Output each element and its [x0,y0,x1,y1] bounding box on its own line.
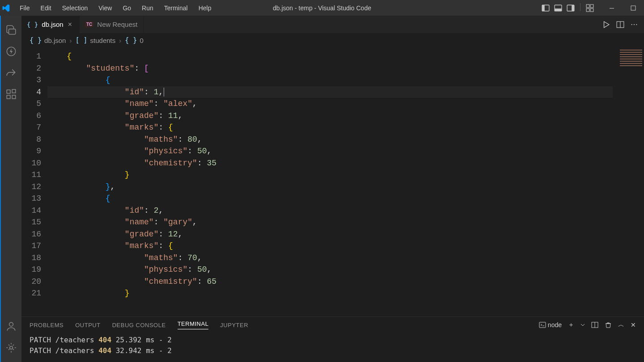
maximize-button[interactable] [624,0,642,16]
breadcrumb-item[interactable]: [ ]students [75,36,115,44]
bottom-panel: PROBLEMSOUTPUTDEBUG CONSOLETERMINALJUPYT… [21,316,644,362]
chevron-right-icon: › [69,37,72,44]
terminal-shell-selector[interactable]: node [539,321,562,328]
editor-tab[interactable]: { }db.json× [21,16,80,33]
editor-tab[interactable]: TCNew Request [80,16,144,33]
accounts-icon[interactable] [0,316,22,337]
run-icon[interactable] [602,21,610,29]
breadcrumb-type-icon: { } [30,36,42,44]
vscode-logo-icon [1,3,11,13]
tab-row-actions: ⋯ [596,16,644,33]
new-terminal-icon[interactable]: ＋ [568,321,574,329]
terminal-line: PATCH /teachers 404 32.942 ms - 2 [30,345,636,356]
panel-actions: node ＋ ︿ ✕ [539,321,636,329]
menu-help[interactable]: Help [194,2,216,14]
line-number-gutter: 123456789101112131415161718192021 [21,47,47,316]
svg-point-16 [9,322,13,326]
share-icon[interactable] [0,62,22,84]
menu-file[interactable]: File [15,2,34,14]
breadcrumb[interactable]: { }db.json›[ ]students›{ }0 [21,34,644,47]
svg-rect-7 [590,4,593,8]
svg-rect-12 [7,90,10,93]
svg-rect-5 [572,5,574,11]
breadcrumb-item[interactable]: { }0 [125,36,143,44]
menu-selection[interactable]: Selection [58,2,93,14]
window-title: db.json - temp - Visual Studio Code [273,4,371,12]
titlebar: FileEditSelectionViewGoRunTerminalHelp d… [0,0,644,16]
svg-rect-8 [586,8,589,12]
terminal-dropdown-icon[interactable] [580,323,585,327]
menu-edit[interactable]: Edit [36,2,56,14]
code-editor[interactable]: 123456789101112131415161718192021 { "stu… [21,47,644,316]
panel-tab-debug-console[interactable]: DEBUG CONSOLE [112,322,166,328]
svg-rect-13 [7,95,10,99]
breadcrumb-type-icon: [ ] [75,36,87,44]
svg-rect-6 [586,4,589,8]
code-content[interactable]: { "students": [ { "id": 1, "name": "alex… [47,47,613,316]
panel-tab-terminal[interactable]: TERMINAL [178,320,209,329]
menu-bar: FileEditSelectionViewGoRunTerminalHelp [15,2,216,14]
more-actions-icon[interactable]: ⋯ [631,20,638,29]
menu-go[interactable]: Go [118,2,136,14]
activity-bar [0,16,21,362]
menu-view[interactable]: View [94,2,116,14]
menu-run[interactable]: Run [137,2,158,14]
breadcrumb-label: 0 [140,37,143,44]
customize-layout-icon[interactable] [585,3,595,13]
panel-tabs: PROBLEMSOUTPUTDEBUG CONSOLETERMINALJUPYT… [21,317,644,333]
close-icon[interactable]: × [67,20,73,29]
breadcrumb-label: db.json [44,37,66,44]
layout-left-icon[interactable] [541,3,551,13]
terminal-line: PATCH /teachers 404 25.392 ms - 2 [30,335,636,345]
layout-right-icon[interactable] [566,3,576,13]
shell-name: node [548,321,562,328]
panel-tab-output[interactable]: OUTPUT [75,322,100,328]
menu-terminal[interactable]: Terminal [160,2,192,14]
breadcrumb-type-icon: { } [125,36,137,44]
chevron-right-icon: › [119,37,121,44]
svg-rect-9 [590,8,593,12]
settings-gear-icon[interactable] [0,337,22,358]
extensions-icon[interactable] [0,84,22,105]
panel-tab-jupyter[interactable]: JUPYTER [220,322,248,328]
svg-point-17 [10,346,13,349]
svg-rect-20 [539,322,546,328]
panel-close-icon[interactable]: ✕ [631,321,636,328]
titlebar-right: ─ [541,0,644,16]
minimap[interactable] [613,47,644,316]
editor-tabs: { }db.json×TCNew Request ⋯ [21,16,644,34]
panel-up-chevron-icon[interactable]: ︿ [618,321,624,329]
json-file-icon: { } [27,21,38,28]
explorer-icon[interactable] [0,19,22,41]
breadcrumb-item[interactable]: { }db.json [30,36,66,44]
minimize-button[interactable]: ─ [603,0,621,16]
svg-rect-3 [555,8,562,11]
layout-bottom-icon[interactable] [553,3,563,13]
thunder-client-icon[interactable] [0,41,22,62]
kill-terminal-icon[interactable] [605,321,612,328]
tab-label: New Request [97,21,137,28]
svg-rect-10 [631,6,636,10]
svg-rect-15 [12,89,16,93]
svg-rect-1 [542,5,545,11]
tab-label: db.json [42,21,63,28]
split-editor-icon[interactable] [616,21,624,29]
terminal-output[interactable]: PATCH /teachers 404 25.392 ms - 2PATCH /… [21,333,644,362]
split-terminal-icon[interactable] [591,321,598,328]
editor-area: { }db.json×TCNew Request ⋯ { }db.json›[ … [21,16,644,362]
panel-tab-problems[interactable]: PROBLEMS [30,322,64,328]
thunder-client-badge-icon: TC [85,21,93,27]
svg-rect-14 [12,95,16,99]
breadcrumb-label: students [90,37,116,44]
